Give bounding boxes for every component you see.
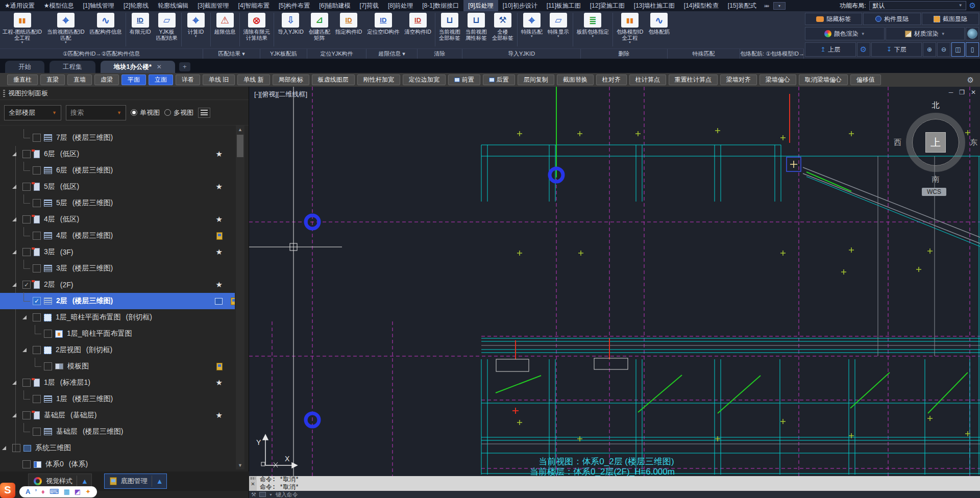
- visibility-checkbox[interactable]: ✓: [22, 281, 31, 289]
- ribbon-group-caption[interactable]: YJK板配筋: [260, 49, 307, 59]
- scroll-down-icon[interactable]: ▼: [236, 461, 244, 469]
- ribbon-button-特殊匹配[interactable]: ⌖特殊匹配▾: [519, 11, 545, 38]
- toolbar-button-详看[interactable]: 详看: [176, 74, 200, 85]
- ribbon-group-caption[interactable]: 包络配筋: ①包络模型ID→②包络构件配筋: [740, 49, 804, 59]
- menu-item-10初步设计[interactable]: [10]初步设计: [498, 0, 542, 11]
- compass-south[interactable]: 南: [932, 175, 940, 184]
- favorite-star-icon[interactable]: ★: [216, 280, 223, 289]
- zoom-in-button[interactable]: ⊕: [923, 42, 936, 57]
- toolbar-button-梁墙偏心[interactable]: 梁墙偏心: [760, 74, 796, 85]
- toolbar-button-前置[interactable]: 前置: [448, 74, 480, 85]
- expander-icon[interactable]: [12, 185, 16, 189]
- scroll-thumb[interactable]: [237, 135, 243, 157]
- render-eye-button[interactable]: [966, 27, 979, 40]
- tree-row-6层(楼层三维图)[interactable]: 6层(楼层三维图): [0, 162, 235, 179]
- toolbar-button-局部坐标[interactable]: 局部坐标: [273, 74, 309, 85]
- expander-icon[interactable]: [12, 250, 16, 254]
- toolbar-button-层间复制[interactable]: 层间复制: [518, 74, 554, 85]
- close-icon[interactable]: ✕: [251, 481, 255, 487]
- menu-item-2轮廓线[interactable]: [2]轮廓线: [119, 0, 153, 11]
- ribbon-button-特殊显示[interactable]: ▱特殊显示▾: [545, 11, 572, 38]
- favorite-star-icon[interactable]: ★: [216, 150, 223, 159]
- toolbar-button-偏移值[interactable]: 偏移值: [850, 74, 881, 85]
- ime-mode-icon[interactable]: A: [26, 487, 30, 497]
- ime-mic-icon[interactable]: ♦: [41, 487, 45, 497]
- tree-row-基础层(楼层三维图)[interactable]: 基础层(楼层三维图): [0, 424, 235, 440]
- visibility-checkbox[interactable]: [22, 379, 31, 387]
- visibility-checkbox[interactable]: [33, 199, 41, 207]
- tree-row-2层(2F)[interactable]: ✓2层(2F)★: [0, 277, 235, 293]
- tree-row-模板图[interactable]: 模板图: [0, 358, 235, 375]
- ribbon-button-超限信息[interactable]: ⚠超限信息: [212, 11, 238, 35]
- ime-toolbox-icon[interactable]: ▦: [63, 487, 69, 497]
- favorite-star-icon[interactable]: ★: [216, 182, 223, 191]
- drawing-doc-icon[interactable]: [216, 363, 223, 370]
- toolbar-button-梁墙对齐[interactable]: 梁墙对齐: [720, 74, 757, 85]
- component-visibility-button[interactable]: 构件显隐: [863, 13, 920, 25]
- command-history[interactable]: ✕ 命令: *取消* 命令: *取消*: [249, 476, 980, 491]
- menu-item-8前处理[interactable]: [8]前处理: [383, 0, 418, 11]
- expander-icon[interactable]: [12, 152, 16, 156]
- visibility-checkbox[interactable]: ✓: [33, 297, 41, 305]
- view-compass[interactable]: 北 南 西 东 上: [906, 113, 965, 172]
- tree-row-体系0(体系)[interactable]: 体系0(体系): [0, 456, 235, 469]
- menu-item-7荷载[interactable]: [7]荷载: [355, 0, 383, 11]
- favorite-star-icon[interactable]: ★: [216, 247, 223, 257]
- toolbar-button-取消梁墙偏心[interactable]: 取消梁墙偏心: [799, 74, 848, 85]
- favorite-star-icon[interactable]: ★: [216, 215, 223, 224]
- tree-row-1层(楼层三维图)[interactable]: 1层(楼层三维图): [0, 391, 235, 407]
- ribbon-button-YJK板匹配结果[interactable]: ▱YJK板匹配结果: [154, 11, 180, 41]
- tree-row-6层(低区)[interactable]: 6层(低区)★: [0, 146, 235, 162]
- ribbon-group-caption[interactable]: 导入YJKID: [462, 49, 581, 59]
- expander-icon[interactable]: [12, 283, 16, 287]
- ribbon-button-包络模型ID全工程[interactable]: ▮▮包络模型ID全工程▾: [614, 11, 646, 44]
- multi-view-radio[interactable]: 多视图: [164, 108, 193, 117]
- visibility-checkbox[interactable]: [33, 264, 41, 272]
- menu-item-11板施工图[interactable]: [11]板施工图: [542, 0, 585, 11]
- expander-icon[interactable]: [12, 217, 16, 221]
- menu-item-8-1数据接口[interactable]: [8-1]数据接口: [418, 0, 463, 11]
- toolbar-button-截面替换[interactable]: 截面替换: [557, 74, 594, 85]
- toolbar-button-定位边加宽[interactable]: 定位边加宽: [403, 74, 446, 85]
- zoom-out-button[interactable]: ⊖: [937, 42, 950, 57]
- wrench-icon[interactable]: ⚒: [251, 491, 256, 498]
- panel-list-button[interactable]: ▯: [966, 42, 979, 57]
- visibility-checkbox[interactable]: [33, 313, 41, 321]
- ribbon-button-当前视图属性标签[interactable]: ⊔当前视图属性标签: [463, 11, 489, 41]
- visibility-checkbox[interactable]: [22, 248, 31, 256]
- ribbon-group-caption[interactable]: 特殊匹配: [668, 49, 740, 59]
- visibility-checkbox[interactable]: [22, 215, 31, 223]
- ribbon-button-导入YJKID[interactable]: ⇩导入YJKID: [275, 11, 306, 35]
- close-icon[interactable]: ✕: [157, 61, 162, 73]
- toolbar-button-后置[interactable]: 后置: [483, 74, 515, 85]
- toolbar-button-直墙[interactable]: 直墙: [67, 74, 92, 85]
- visibility-checkbox[interactable]: [33, 428, 41, 436]
- ime-menu-icon[interactable]: ✦: [85, 487, 91, 497]
- visibility-checkbox[interactable]: [33, 134, 41, 142]
- toolbar-button-平面[interactable]: 平面: [121, 74, 146, 85]
- view-list-menu-button[interactable]: [198, 108, 210, 118]
- material-render-button[interactable]: 材质渲染▼: [886, 27, 965, 40]
- tree-row-4层(低区)[interactable]: 4层(低区)★: [0, 211, 235, 228]
- ribbon-button-清空构件ID[interactable]: ID清空构件ID: [402, 11, 434, 35]
- expander-icon[interactable]: [22, 348, 27, 352]
- up-arrow-icon[interactable]: ▲: [156, 477, 163, 485]
- command-prompt[interactable]: 键入命令: [276, 491, 298, 498]
- hide-labels-button[interactable]: 隐藏标签: [805, 13, 862, 25]
- ime-toolbar[interactable]: A ’ ♦ ⌨ ▦ ◩ ✦: [19, 486, 97, 497]
- menu-item-15装配式[interactable]: [15]装配式: [723, 0, 761, 11]
- panel-layout-button[interactable]: ◫: [951, 42, 965, 57]
- ribbon-button-工程-图纸匹配ID全工程[interactable]: ▮▮工程-图纸匹配ID全工程▾: [0, 11, 44, 44]
- ribbon-group-caption[interactable]: 匹配结果 ▾: [203, 49, 260, 59]
- menu-item-5构件布置[interactable]: [5]构件布置: [274, 0, 314, 11]
- command-grip[interactable]: ✕: [249, 476, 257, 491]
- minimize-icon[interactable]: ─: [949, 89, 953, 96]
- visibility-checkbox[interactable]: [12, 444, 20, 452]
- menu-item-通用设置[interactable]: ★通用设置: [0, 0, 39, 11]
- menu-item-9后处理[interactable]: [9]后处理: [463, 0, 498, 11]
- visibility-checkbox[interactable]: [33, 232, 41, 240]
- lower-floor-button[interactable]: ↧下层: [871, 42, 922, 57]
- visibility-checkbox[interactable]: [22, 411, 31, 419]
- tree-row-5层(楼层三维图)[interactable]: 5层(楼层三维图): [0, 195, 235, 211]
- single-view-radio[interactable]: 单视图: [131, 108, 160, 117]
